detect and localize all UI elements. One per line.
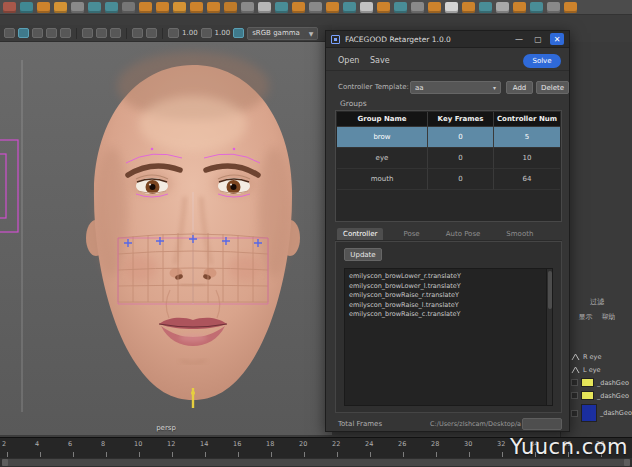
shelf-tool-icon[interactable] <box>173 2 186 13</box>
shelf-tool-icon[interactable] <box>241 2 254 13</box>
delete-button[interactable]: Delete <box>536 81 569 94</box>
film-gate-icon[interactable] <box>32 28 43 38</box>
controller-list-item[interactable]: emilyscon_browRaise_l.translateY <box>349 301 552 311</box>
layer-editor-display-menu[interactable]: 显示 <box>579 312 593 322</box>
timeline-tick[interactable]: 28 <box>429 438 462 458</box>
controller-list-item[interactable]: emilyscon_browRaise_c.translateY <box>349 310 552 320</box>
shelf-tool-icon[interactable] <box>275 2 288 13</box>
shelf-tool-icon[interactable] <box>105 2 118 13</box>
shelf-tool-icon[interactable] <box>564 2 577 13</box>
tab-pose[interactable]: Pose <box>397 228 425 240</box>
range-slider[interactable] <box>0 458 632 467</box>
camera-label[interactable]: persp <box>0 424 332 432</box>
layer-row[interactable]: _dashGeo <box>561 402 632 424</box>
dialog-titlebar[interactable]: FACEGOOD Retargeter 1.0.0 — ▢ ✕ <box>326 31 569 48</box>
tab-controller[interactable]: Controller <box>337 228 383 240</box>
camera-lock-icon[interactable] <box>18 28 29 38</box>
shelf-tool-icon[interactable] <box>122 2 135 13</box>
col-header-group-name[interactable]: Group Name <box>337 112 428 127</box>
shelf-tool-icon[interactable] <box>292 2 305 13</box>
shelf-tool-icon[interactable] <box>3 2 16 13</box>
col-header-key-frames[interactable]: Key Frames <box>428 112 494 127</box>
solve-button[interactable]: Solve <box>523 54 561 68</box>
layer-color-swatch[interactable] <box>581 378 594 387</box>
shelf-tool-icon[interactable] <box>530 2 543 13</box>
table-row-mouth[interactable]: mouth 0 64 <box>337 169 560 190</box>
shelf-tool-icon[interactable] <box>258 2 271 13</box>
layer-row[interactable]: _dashGeo <box>561 389 632 402</box>
shelf-tool-icon[interactable] <box>479 2 492 13</box>
range-handle-right[interactable] <box>624 459 630 466</box>
timeline-tick[interactable]: 8 <box>99 438 132 458</box>
shelf-tool-icon[interactable] <box>224 2 237 13</box>
timeline-tick[interactable]: 24 <box>363 438 396 458</box>
colorspace-icon[interactable] <box>233 28 244 38</box>
layer-editor-filter-menu[interactable]: 过滤 <box>561 297 632 307</box>
field-chart-icon[interactable] <box>82 28 93 38</box>
shelf-tool-icon[interactable] <box>360 2 373 13</box>
shelf-tool-icon[interactable] <box>20 2 33 13</box>
layer-visibility-toggle[interactable] <box>571 392 578 399</box>
shelf-tool-icon[interactable] <box>71 2 84 13</box>
table-row-eye[interactable]: eye 0 10 <box>337 148 560 169</box>
menu-open[interactable]: Open <box>338 56 359 65</box>
layer-editor-help-menu[interactable]: 帮助 <box>602 312 616 322</box>
timeline-tick[interactable]: 16 <box>231 438 264 458</box>
minimize-button[interactable]: — <box>512 33 526 45</box>
shelf-tool-icon[interactable] <box>547 2 560 13</box>
tab-smooth[interactable]: Smooth <box>500 228 539 240</box>
layer-color-swatch[interactable] <box>581 404 597 422</box>
timeline-tick[interactable]: 10 <box>132 438 165 458</box>
layer-visibility-toggle[interactable] <box>571 410 578 417</box>
shelf-tool-icon[interactable] <box>54 2 67 13</box>
timeline-tick[interactable]: 20 <box>297 438 330 458</box>
shelf-tool-icon[interactable] <box>139 2 152 13</box>
gamma-icon[interactable] <box>201 28 212 38</box>
menu-save[interactable]: Save <box>370 56 390 65</box>
timeline-tick[interactable]: 18 <box>264 438 297 458</box>
controller-list-item[interactable]: emilyscon_browLower_l.translateY <box>349 282 552 292</box>
shelf-tool-icon[interactable] <box>326 2 339 13</box>
shelf-tool-icon[interactable] <box>207 2 220 13</box>
tab-auto-pose[interactable]: Auto Pose <box>440 228 487 240</box>
gamma-value[interactable]: 1.00 <box>215 29 231 37</box>
shelf-tool-icon[interactable] <box>513 2 526 13</box>
exposure-icon[interactable] <box>168 28 179 38</box>
timeline-tick[interactable]: 22 <box>330 438 363 458</box>
resolution-gate-icon[interactable] <box>46 28 57 38</box>
shelf-tool-icon[interactable] <box>377 2 390 13</box>
timeline-tick[interactable]: 12 <box>165 438 198 458</box>
timeline-tick[interactable]: 2 <box>0 438 33 458</box>
layer-row[interactable]: _dashGeo <box>561 376 632 389</box>
scrollbar[interactable] <box>546 269 552 405</box>
shelf-tool-icon[interactable] <box>394 2 407 13</box>
controller-list-item[interactable]: emilyscon_browRaise_r.translateY <box>349 291 552 301</box>
layer-color-swatch[interactable] <box>581 391 594 400</box>
gate-mask-icon[interactable] <box>60 28 71 38</box>
timeline-tick[interactable]: 6 <box>66 438 99 458</box>
safe-title-icon[interactable] <box>110 28 121 38</box>
timeline-tick[interactable]: 14 <box>198 438 231 458</box>
xray-icon[interactable] <box>146 28 157 38</box>
scrollbar-thumb[interactable] <box>548 271 552 309</box>
exposure-value[interactable]: 1.00 <box>182 29 198 37</box>
update-button[interactable]: Update <box>344 248 382 261</box>
colorspace-dropdown[interactable]: sRGB gamma ▼ <box>247 27 318 40</box>
shelf-tool-icon[interactable] <box>156 2 169 13</box>
shelf-tool-icon[interactable] <box>462 2 475 13</box>
layer-row[interactable]: R eye <box>561 350 632 363</box>
shelf-tool-icon[interactable] <box>445 2 458 13</box>
shelf-tool-icon[interactable] <box>88 2 101 13</box>
isolate-select-icon[interactable] <box>132 28 143 38</box>
range-slider-bar[interactable] <box>2 459 630 466</box>
controller-list[interactable]: emilyscon_browLower_r.translateY emilysc… <box>344 268 553 406</box>
maximize-button[interactable]: ▢ <box>531 33 545 45</box>
layer-row[interactable]: L eye <box>561 363 632 376</box>
shelf-tool-icon[interactable] <box>190 2 203 13</box>
col-header-controller-num[interactable]: Controller Num <box>494 112 560 127</box>
add-button[interactable]: Add <box>506 81 533 94</box>
range-handle-left[interactable] <box>2 459 8 466</box>
close-button[interactable]: ✕ <box>550 33 564 45</box>
timeline-tick[interactable]: 26 <box>396 438 429 458</box>
viewport-3d[interactable]: persp <box>0 42 332 435</box>
